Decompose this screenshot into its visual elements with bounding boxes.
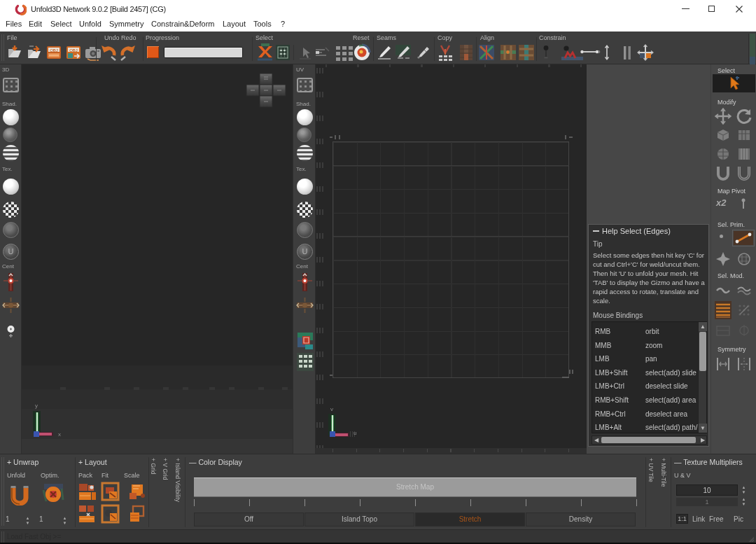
svg-text:OBJ: OBJ [50, 48, 58, 53]
svg-text:OBJ: OBJ [69, 48, 78, 53]
